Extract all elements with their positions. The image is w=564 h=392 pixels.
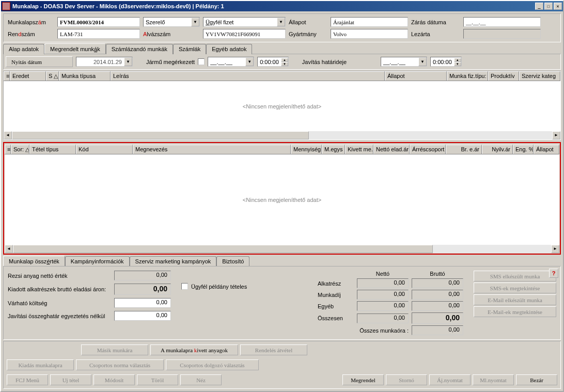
rendeles-atvetel-button[interactable]: Rendelés átvétel (240, 344, 307, 355)
minimize-button[interactable]: _ (535, 3, 543, 10)
nyitas-datum-button[interactable]: Nyitás dátum (6, 56, 73, 67)
col-megnevezes[interactable]: Megnevezés (133, 145, 291, 154)
maximize-button[interactable]: ☐ (544, 3, 553, 10)
torol-button[interactable]: Töröl (137, 374, 178, 385)
email-elkeszult-button[interactable]: E-Mail elkészült munka (474, 294, 556, 305)
close-button[interactable]: ✕ (554, 3, 562, 10)
grid-menu-icon[interactable]: ≡ (4, 71, 10, 81)
col-munka-fiz[interactable]: Munka fiz.típu: (447, 71, 488, 81)
ugyfel-label: Ügyfél példány tételes (191, 284, 247, 290)
varhato-value[interactable]: 0,00 (114, 298, 171, 308)
csoportos-norma-button[interactable]: Csoportos norma választás (76, 359, 164, 370)
hscroll2[interactable]: ◄ ► (5, 245, 559, 253)
help-button[interactable]: ? (549, 269, 558, 278)
col-tetel-tipus[interactable]: Tétel típus (29, 145, 76, 154)
tab-kampany[interactable]: Kampányinformációk (65, 256, 130, 266)
col-nyilv[interactable]: Nyilv.ár (482, 145, 513, 154)
col-allapot2[interactable]: Állapot (534, 145, 559, 154)
fcj-menu-button[interactable]: FCJ Menü (7, 374, 48, 385)
tab-megrendelt-munkak[interactable]: Megrendelt munkák (44, 43, 106, 54)
col-allapot[interactable]: Állapot (385, 71, 447, 81)
allapot-label: Állapot (289, 19, 327, 25)
chevron-down-icon[interactable]: ▼ (191, 18, 199, 26)
ugyfel-checkbox[interactable] (181, 283, 188, 290)
tab-szamlak[interactable]: Számlák (173, 44, 206, 54)
javitasi-value[interactable]: 0,00 (114, 311, 171, 321)
items-grid[interactable]: ≡ Sor: △ Tétel típus Kód Megnevezés Menn… (5, 145, 559, 253)
munkalapszam-label: Munkalapszám (8, 19, 54, 25)
kiadas-munkalapra-button[interactable]: Kiadás munkalapra (7, 359, 74, 370)
tab-egyeb[interactable]: Egyéb adatok (206, 44, 252, 54)
titlebar: Munkalap - DOAS3 Dev Server - Miklos (d3… (1, 1, 563, 11)
scroll-left-icon[interactable]: ◄ (4, 131, 12, 139)
szerelo-combo[interactable]: Szerelő▼ (143, 17, 200, 27)
time1-input[interactable]: 0:00:00▲▼ (257, 57, 289, 67)
jarmu-checkbox[interactable] (198, 58, 205, 65)
rendszam-input[interactable]: LAM-731 (57, 29, 140, 39)
tab-osszertek[interactable]: Munkalap összérték (3, 256, 65, 266)
nyitas-datum-combo[interactable]: 2014.01.29▼ (76, 57, 133, 67)
notification-buttons: SMS elkészült munka SMS-ek megtekintése … (474, 271, 556, 317)
chevron-down-icon[interactable]: ▼ (245, 57, 254, 66)
hscroll[interactable]: ◄ ► (4, 131, 560, 139)
kiadott-label: Kiadott alkatrészek bruttó eladási áron: (8, 286, 111, 292)
modosit-button[interactable]: Módosít (93, 374, 135, 385)
col-sors[interactable]: Sor: △ (11, 145, 29, 154)
col-s[interactable]: S △ (46, 71, 59, 81)
col-szerviz[interactable]: Szerviz kateg (519, 71, 560, 81)
col-bre[interactable]: Br. e.ár (446, 145, 482, 154)
email-megtekint-button[interactable]: E-Mail-ek megtekintése (474, 306, 556, 317)
sms-elkeszult-button[interactable]: SMS elkészült munka (474, 271, 556, 281)
munkalapszam-input[interactable]: FVML00003/2014 (57, 17, 140, 27)
fizet-combo[interactable]: Ügyfél fizet▼ (203, 17, 286, 27)
tab-biztosito[interactable]: Biztosító (216, 256, 249, 266)
zaras-value[interactable]: __.__.__ (463, 17, 541, 27)
jobs-grid[interactable]: ≡ Eredet S △ Munka típusa Leírás Állapot… (3, 71, 561, 140)
uj-tetel-button[interactable]: Uj tétel (50, 374, 91, 385)
col-eng[interactable]: Eng. % (513, 145, 534, 154)
col-leiras[interactable]: Leírás (111, 71, 385, 81)
munkaora-label: Összes munkaóra : (318, 327, 409, 334)
chevron-down-icon[interactable]: ▼ (124, 57, 132, 66)
col-kod[interactable]: Kód (76, 145, 133, 154)
scroll-right-icon[interactable]: ► (551, 245, 559, 253)
masik-munkara-button[interactable]: Másik munkára (81, 344, 148, 355)
spin-down-icon[interactable]: ▼ (454, 62, 461, 66)
col-eredet[interactable]: Eredet (10, 71, 46, 81)
kivett-anyagok-button[interactable]: A munkalapra kivett anyagok (150, 344, 238, 355)
col-munka-tipusa[interactable]: Munka típusa (59, 71, 111, 81)
date1-combo[interactable]: __.__.__▼ (208, 57, 254, 67)
megrendel-button[interactable]: Megrendel (342, 374, 384, 385)
ml-nyomtat-button[interactable]: Ml.nyomtat (473, 374, 514, 385)
col-netto-elad[interactable]: Nettó elad.ár (373, 145, 410, 154)
col-produktiv[interactable]: Produktív (488, 71, 519, 81)
tab-szerviz-marketing[interactable]: Szerviz marketing kampányok (130, 256, 217, 266)
aj-nyomtat-button[interactable]: Áj.nyomtat (429, 374, 471, 385)
scroll-left-icon[interactable]: ◄ (5, 245, 13, 253)
tab-szamlazando[interactable]: Számlázandó munkák (106, 44, 173, 54)
spin-down-icon[interactable]: ▼ (281, 62, 288, 66)
spin-up-icon[interactable]: ▲ (281, 58, 288, 62)
tab-alap-adatok[interactable]: Alap adatok (3, 44, 44, 54)
items-grid-frame: ≡ Sor: △ Tétel típus Kód Megnevezés Menn… (3, 142, 561, 255)
col-mennyiseg[interactable]: Mennyiség (291, 145, 322, 154)
spin-up-icon[interactable]: ▲ (454, 58, 461, 62)
allapot-value: Árajánlat (331, 17, 408, 27)
nez-button[interactable]: Néz (180, 374, 222, 385)
alvazszam-input[interactable]: YV1VW70821F669091 (203, 29, 286, 39)
csoportos-dolgozo-button[interactable]: Csoportos dolgozó választás (166, 359, 259, 370)
col-arres[interactable]: Árréscsoport (410, 145, 446, 154)
sms-megtekint-button[interactable]: SMS-ek megtekintése (474, 283, 556, 293)
time2-input[interactable]: 0:00:00▲▼ (430, 57, 462, 67)
scroll-right-icon[interactable]: ► (552, 131, 560, 139)
col-kivett[interactable]: Kivett me. (345, 145, 373, 154)
munkadij-brutto: 0,00 (412, 290, 463, 300)
bezar-button[interactable]: Bezár (516, 374, 557, 385)
date2-combo[interactable]: __.__.__▼ (381, 57, 427, 67)
storno-button[interactable]: Stornó (386, 374, 427, 385)
grid-menu-icon[interactable]: ≡ (5, 145, 11, 154)
chevron-down-icon[interactable]: ▼ (277, 18, 285, 26)
munkadij-label: Munkadíj (318, 292, 354, 298)
col-megy[interactable]: M.egys (322, 145, 345, 154)
chevron-down-icon[interactable]: ▼ (418, 57, 427, 66)
